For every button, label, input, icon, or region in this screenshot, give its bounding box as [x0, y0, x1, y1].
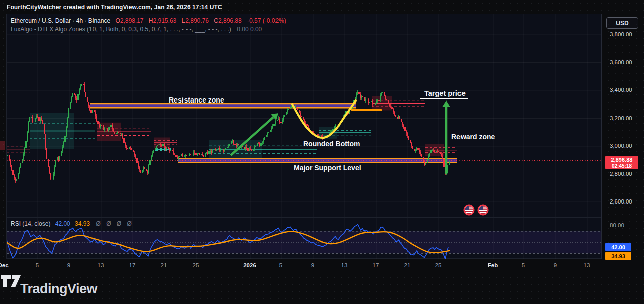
last-price-value: 2,896.88 [605, 157, 638, 163]
change-value: -0.57 (-0.02%) [247, 17, 286, 24]
indicator-legend[interactable]: LuxAlgo - DTFX Algo Zones (10, 1, Both, … [11, 26, 262, 33]
tradingview-logo-icon [0, 274, 21, 289]
reward-zone-label[interactable]: Reward zone [451, 133, 495, 141]
time-tick-label: 9 [554, 262, 557, 268]
price-tick-label: 3,400.00 [610, 87, 632, 93]
main-chart-canvas[interactable] [7, 14, 602, 217]
rounded-bottom-label[interactable]: Rounded Bottom [303, 140, 360, 148]
footer-bar: TradingView [0, 274, 644, 304]
bar-countdown: 02:45:18 [605, 164, 638, 169]
price-tick-label: 3,800.00 [610, 31, 632, 37]
time-tick-label: 2026 [243, 262, 256, 268]
price-tick-label: 3,600.00 [610, 59, 632, 65]
time-tick-label: 21 [161, 262, 167, 268]
target-price-underline [420, 98, 468, 99]
ohlc-close-value: 2,896.88 [218, 17, 242, 24]
price-axis[interactable]: USD 3,800.003,600.003,400.003,200.003,00… [601, 14, 644, 274]
target-price-label[interactable]: Target price [424, 89, 466, 97]
major-support-label[interactable]: Major Support Level [294, 164, 361, 172]
price-tick-label: 3,000.00 [610, 143, 632, 149]
time-tick-label: 17 [129, 262, 136, 268]
attribution-bar: FourthCityWatcher created with TradingVi… [0, 0, 644, 14]
main-chart-pane[interactable]: Ethereum / U.S. Dollar · 4h · Binance O2… [6, 14, 601, 217]
tradingview-window: FourthCityWatcher created with TradingVi… [0, 0, 644, 304]
time-tick-label: 25 [435, 262, 442, 268]
indicator-params: (10, 1, Both, 0, 0.3, 0.5, 0.7, 1, . . .… [87, 26, 231, 33]
ohlc-close-label: C [214, 17, 218, 24]
last-price-badge: 2,896.88 02:45:18 [605, 156, 638, 169]
time-tick-label: 9 [67, 262, 70, 268]
ohlc-high-label: H [149, 17, 153, 24]
time-tick-label: 17 [373, 262, 379, 268]
rsi-value: 42.00 [55, 220, 70, 227]
time-tick-label: Feb [488, 262, 498, 268]
rsi-hidden-values: Ø Ø Ø Ø [96, 220, 133, 227]
ohlc-open-label: O [115, 17, 120, 24]
ohlc-high-value: 2,915.63 [153, 17, 177, 24]
economic-event-flag-icon-2[interactable] [477, 204, 489, 216]
price-tick-label: 3,200.00 [610, 115, 632, 121]
rsi-legend[interactable]: RSI (14, close) 42.00 34.93 Ø Ø Ø Ø [11, 220, 134, 227]
price-tick-label: 2,800.00 [610, 171, 632, 177]
indicator-name[interactable]: LuxAlgo - DTFX Algo Zones [11, 26, 85, 33]
currency-button[interactable]: USD [606, 17, 638, 29]
indicator-values: 0.00 0.00 [237, 26, 262, 33]
time-tick-label: 5 [36, 262, 39, 268]
economic-event-flag-icon-1[interactable] [463, 204, 475, 216]
ohlc-low-value: 2,890.76 [185, 17, 209, 24]
time-tick-label: Dec [0, 262, 9, 268]
time-tick-label: 9 [311, 262, 314, 268]
ohlc-open-value: 2,898.17 [120, 17, 144, 24]
tradingview-logo-text: TradingView [20, 281, 97, 297]
time-tick-label: 5 [522, 262, 525, 268]
rsi-pane[interactable]: RSI (14, close) 42.00 34.93 Ø Ø Ø Ø [6, 217, 601, 259]
symbol-legend[interactable]: Ethereum / U.S. Dollar · 4h · Binance O2… [11, 17, 286, 24]
time-tick-label: 25 [193, 262, 199, 268]
time-tick-label: 5 [279, 262, 282, 268]
time-tick-label: 21 [404, 262, 411, 268]
rsi-name[interactable]: RSI [11, 220, 21, 227]
time-tick-label: 13 [584, 262, 590, 268]
price-tick-label: 2,600.00 [610, 198, 632, 205]
resistance-zone-label[interactable]: Resistance zone [169, 96, 224, 104]
time-tick-label: 13 [341, 262, 348, 268]
rsi-value-badge: 42.00 [605, 243, 631, 251]
symbol-title[interactable]: Ethereum / U.S. Dollar · 4h · Binance [11, 17, 110, 24]
clipped-supply-zone-fragment [0, 141, 5, 150]
time-axis[interactable]: Dec591317212520265913172125Feb5913 [0, 259, 644, 274]
rsi-scale-label: 80.00 [610, 222, 624, 228]
rsi-params: (14, close) [22, 220, 50, 227]
tradingview-logo[interactable]: TradingView [15, 281, 97, 297]
attribution-text: FourthCityWatcher created with TradingVi… [7, 4, 222, 11]
rsi-ma-badge: 34.93 [605, 252, 631, 260]
time-tick-label: 13 [98, 262, 104, 268]
rsi-ma-value: 34.93 [75, 220, 90, 227]
